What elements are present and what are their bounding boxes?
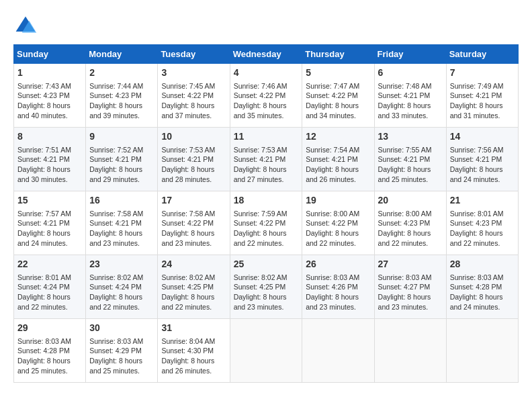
weekday-header: Wednesday (230, 45, 302, 64)
day-info: Sunrise: 7:58 AMSunset: 4:22 PMDaylight:… (161, 209, 226, 248)
calendar-cell: 17Sunrise: 7:58 AMSunset: 4:22 PMDayligh… (158, 191, 230, 255)
day-number: 28 (450, 258, 515, 271)
calendar-cell: 15Sunrise: 7:57 AMSunset: 4:21 PMDayligh… (14, 191, 86, 255)
day-info: Sunrise: 7:48 AMSunset: 4:21 PMDaylight:… (378, 81, 443, 121)
calendar-cell: 23Sunrise: 8:02 AMSunset: 4:24 PMDayligh… (86, 255, 158, 319)
day-info: Sunrise: 7:53 AMSunset: 4:21 PMDaylight:… (161, 145, 226, 185)
day-number: 2 (89, 66, 154, 80)
calendar-cell: 11Sunrise: 7:53 AMSunset: 4:21 PMDayligh… (230, 128, 302, 191)
day-number: 17 (161, 194, 226, 208)
day-number: 26 (306, 258, 370, 271)
day-info: Sunrise: 7:47 AMSunset: 4:22 PMDaylight:… (306, 81, 370, 121)
day-number: 1 (17, 66, 82, 80)
day-info: Sunrise: 7:51 AMSunset: 4:21 PMDaylight:… (17, 145, 82, 185)
calendar-cell: 10Sunrise: 7:53 AMSunset: 4:21 PMDayligh… (158, 128, 230, 191)
day-info: Sunrise: 7:59 AMSunset: 4:22 PMDaylight:… (234, 209, 299, 248)
calendar-cell: 29Sunrise: 8:03 AMSunset: 4:28 PMDayligh… (14, 319, 86, 383)
weekday-header: Sunday (14, 45, 86, 64)
weekday-header: Monday (86, 45, 158, 64)
calendar-cell: 30Sunrise: 8:03 AMSunset: 4:29 PMDayligh… (86, 319, 158, 383)
calendar-cell: 4Sunrise: 7:46 AMSunset: 4:22 PMDaylight… (230, 64, 302, 128)
calendar-cell: 1Sunrise: 7:43 AMSunset: 4:23 PMDaylight… (14, 64, 86, 128)
day-number: 30 (89, 322, 154, 335)
calendar-cell: 21Sunrise: 8:01 AMSunset: 4:23 PMDayligh… (446, 191, 518, 255)
calendar-header-row: SundayMondayTuesdayWednesdayThursdayFrid… (14, 45, 519, 64)
day-number: 12 (306, 130, 370, 144)
calendar-cell (446, 319, 518, 383)
calendar-cell: 18Sunrise: 7:59 AMSunset: 4:22 PMDayligh… (230, 191, 302, 255)
day-info: Sunrise: 7:54 AMSunset: 4:21 PMDaylight:… (306, 145, 370, 185)
calendar-body: 1Sunrise: 7:43 AMSunset: 4:23 PMDaylight… (14, 64, 519, 383)
day-number: 13 (378, 130, 443, 144)
day-number: 24 (161, 258, 226, 271)
calendar-table: SundayMondayTuesdayWednesdayThursdayFrid… (13, 44, 519, 383)
day-info: Sunrise: 8:03 AMSunset: 4:29 PMDaylight:… (89, 336, 154, 376)
day-info: Sunrise: 8:03 AMSunset: 4:26 PMDaylight:… (306, 273, 370, 312)
calendar-cell: 16Sunrise: 7:58 AMSunset: 4:21 PMDayligh… (86, 191, 158, 255)
weekday-header: Tuesday (158, 45, 230, 64)
day-info: Sunrise: 8:03 AMSunset: 4:28 PMDaylight:… (17, 336, 82, 376)
day-number: 5 (306, 66, 370, 80)
day-number: 29 (17, 322, 82, 335)
day-number: 7 (450, 66, 515, 80)
day-number: 9 (89, 130, 154, 144)
day-info: Sunrise: 8:02 AMSunset: 4:24 PMDaylight:… (89, 273, 154, 312)
day-number: 10 (161, 130, 226, 144)
day-info: Sunrise: 8:00 AMSunset: 4:23 PMDaylight:… (378, 209, 443, 248)
calendar-week-row: 1Sunrise: 7:43 AMSunset: 4:23 PMDaylight… (14, 64, 519, 128)
calendar-cell: 20Sunrise: 8:00 AMSunset: 4:23 PMDayligh… (374, 191, 446, 255)
day-number: 15 (17, 194, 82, 208)
day-number: 3 (161, 66, 226, 80)
day-info: Sunrise: 8:02 AMSunset: 4:25 PMDaylight:… (161, 273, 226, 312)
day-info: Sunrise: 7:46 AMSunset: 4:22 PMDaylight:… (234, 81, 299, 121)
day-number: 20 (378, 194, 443, 208)
calendar-cell: 14Sunrise: 7:56 AMSunset: 4:21 PMDayligh… (446, 128, 518, 191)
day-info: Sunrise: 7:44 AMSunset: 4:23 PMDaylight:… (89, 81, 154, 121)
logo (13, 13, 42, 38)
day-info: Sunrise: 7:45 AMSunset: 4:22 PMDaylight:… (161, 81, 226, 121)
day-info: Sunrise: 7:58 AMSunset: 4:21 PMDaylight:… (89, 209, 154, 248)
day-number: 23 (89, 258, 154, 271)
day-number: 4 (234, 66, 299, 80)
day-info: Sunrise: 8:02 AMSunset: 4:25 PMDaylight:… (234, 273, 299, 312)
calendar-cell: 7Sunrise: 7:49 AMSunset: 4:21 PMDaylight… (446, 64, 518, 128)
weekday-header: Saturday (446, 45, 518, 64)
calendar-cell: 3Sunrise: 7:45 AMSunset: 4:22 PMDaylight… (158, 64, 230, 128)
day-number: 6 (378, 66, 443, 80)
calendar-cell: 31Sunrise: 8:04 AMSunset: 4:30 PMDayligh… (158, 319, 230, 383)
day-number: 19 (306, 194, 370, 208)
calendar-cell: 5Sunrise: 7:47 AMSunset: 4:22 PMDaylight… (302, 64, 374, 128)
day-number: 16 (89, 194, 154, 208)
day-number: 18 (234, 194, 299, 208)
weekday-header: Friday (374, 45, 446, 64)
day-info: Sunrise: 8:03 AMSunset: 4:27 PMDaylight:… (378, 273, 443, 312)
calendar-cell: 25Sunrise: 8:02 AMSunset: 4:25 PMDayligh… (230, 255, 302, 319)
day-info: Sunrise: 8:01 AMSunset: 4:23 PMDaylight:… (450, 209, 515, 248)
day-number: 11 (234, 130, 299, 144)
day-info: Sunrise: 7:49 AMSunset: 4:21 PMDaylight:… (450, 81, 515, 121)
day-info: Sunrise: 7:55 AMSunset: 4:21 PMDaylight:… (378, 145, 443, 185)
page-header (13, 13, 519, 38)
calendar-cell: 22Sunrise: 8:01 AMSunset: 4:24 PMDayligh… (14, 255, 86, 319)
day-info: Sunrise: 8:04 AMSunset: 4:30 PMDaylight:… (161, 336, 226, 376)
day-number: 21 (450, 194, 515, 208)
calendar-cell: 9Sunrise: 7:52 AMSunset: 4:21 PMDaylight… (86, 128, 158, 191)
day-info: Sunrise: 7:57 AMSunset: 4:21 PMDaylight:… (17, 209, 82, 248)
calendar-week-row: 15Sunrise: 7:57 AMSunset: 4:21 PMDayligh… (14, 191, 519, 255)
calendar-week-row: 22Sunrise: 8:01 AMSunset: 4:24 PMDayligh… (14, 255, 519, 319)
day-number: 22 (17, 258, 82, 271)
day-number: 8 (17, 130, 82, 144)
calendar-cell: 13Sunrise: 7:55 AMSunset: 4:21 PMDayligh… (374, 128, 446, 191)
day-number: 31 (161, 322, 226, 335)
day-info: Sunrise: 7:43 AMSunset: 4:23 PMDaylight:… (17, 81, 82, 121)
day-info: Sunrise: 8:01 AMSunset: 4:24 PMDaylight:… (17, 273, 82, 312)
logo-icon (13, 13, 38, 38)
day-number: 25 (234, 258, 299, 271)
calendar-cell: 8Sunrise: 7:51 AMSunset: 4:21 PMDaylight… (14, 128, 86, 191)
calendar-cell: 27Sunrise: 8:03 AMSunset: 4:27 PMDayligh… (374, 255, 446, 319)
calendar-cell: 2Sunrise: 7:44 AMSunset: 4:23 PMDaylight… (86, 64, 158, 128)
day-info: Sunrise: 8:00 AMSunset: 4:22 PMDaylight:… (306, 209, 370, 248)
calendar-cell: 28Sunrise: 8:03 AMSunset: 4:28 PMDayligh… (446, 255, 518, 319)
calendar-cell: 6Sunrise: 7:48 AMSunset: 4:21 PMDaylight… (374, 64, 446, 128)
calendar-week-row: 8Sunrise: 7:51 AMSunset: 4:21 PMDaylight… (14, 128, 519, 191)
